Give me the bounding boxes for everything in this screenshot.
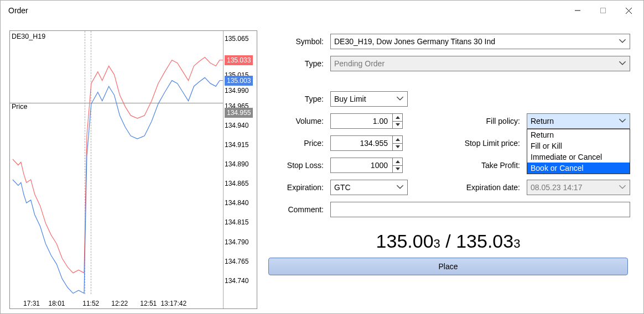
svg-marker-11 [396, 168, 400, 170]
fillpolicy-option[interactable]: Immediate or Cancel [527, 151, 630, 163]
place-button-label: Place [438, 262, 458, 271]
x-tick: 11:52 [82, 300, 99, 307]
price-label: Price: [266, 139, 330, 148]
x-tick: 18:01 [48, 300, 65, 307]
expiration-value: GTC [334, 183, 351, 192]
y-tick: 134.940 [225, 122, 248, 129]
y-axis: 135.065 135.033 135.015 135.003 134.990 … [224, 31, 257, 308]
bid-line [13, 77, 220, 293]
bid-ask-quote: 135.003 / 135.033 [266, 221, 630, 258]
x-tick: 17:31 [23, 300, 40, 307]
bid-sub: 3 [434, 237, 440, 250]
y-tick: 135.065 [225, 35, 248, 43]
svg-line-2 [626, 8, 632, 14]
price-input[interactable] [330, 135, 392, 151]
order-window: Order DE30_H19 Price [0, 0, 644, 314]
volume-input[interactable] [330, 113, 392, 129]
stoploss-input[interactable] [330, 158, 392, 173]
stoploss-stepper[interactable] [330, 158, 403, 173]
spin-down-button[interactable] [392, 143, 403, 151]
ordertype-label: Type: [266, 59, 330, 68]
stoplimit-label: Stop Limit price: [449, 139, 527, 148]
x-tick: 13:17:42 [160, 300, 186, 307]
maximize-button [590, 2, 616, 19]
pending-type-select[interactable]: Buy Limit [330, 91, 408, 107]
y-tick: 134.865 [225, 180, 248, 187]
expdate-label: Expiration date: [449, 183, 527, 192]
takeprofit-label: Take Profit: [449, 161, 527, 170]
y-tick: 134.740 [225, 277, 248, 285]
comment-input[interactable] [330, 202, 630, 217]
spin-down-button[interactable] [392, 165, 403, 174]
ask-line [13, 57, 220, 273]
close-button[interactable] [616, 2, 641, 19]
spin-down-button[interactable] [392, 121, 403, 129]
bid-price-marker: 135.003 [225, 76, 253, 86]
y-tick: 134.990 [225, 87, 248, 95]
symbol-select[interactable]: DE30_H19, Dow Jones Germany Titans 30 In… [330, 34, 630, 49]
x-tick: 12:22 [111, 300, 128, 307]
titlebar: Order [1, 1, 643, 20]
x-axis: 17:31 18:01 11:52 12:22 12:51 13:17:42 [10, 295, 190, 310]
ordertype-select[interactable]: Pending Order [330, 56, 630, 71]
stoploss-label: Stop Loss: [266, 161, 330, 170]
minimize-button[interactable] [565, 2, 590, 19]
svg-rect-1 [601, 8, 606, 13]
fillpolicy-label: Fill policy: [449, 117, 527, 125]
chevron-down-icon [396, 95, 404, 104]
chevron-down-icon [396, 183, 404, 192]
ask-main: 135.03 [456, 231, 513, 252]
svg-marker-9 [396, 145, 400, 148]
symbol-label: Symbol: [266, 37, 330, 46]
comment-label: Comment: [266, 205, 330, 214]
window-title: Order [8, 6, 565, 15]
expdate-select: 08.05.23 14:17 [527, 180, 630, 195]
fillpolicy-option[interactable]: Fill or Kill [527, 140, 630, 151]
fillpolicy-value: Return [531, 117, 554, 125]
y-tick: 134.890 [225, 160, 248, 168]
price-chart[interactable]: DE30_H19 Price [9, 30, 257, 309]
chart-lines [10, 31, 223, 308]
chart-panel: DE30_H19 Price [9, 30, 257, 309]
type2-label: Type: [266, 95, 330, 103]
place-button[interactable]: Place [268, 258, 628, 275]
body: DE30_H19 Price [1, 20, 643, 313]
chevron-down-icon [619, 59, 626, 69]
expdate-value: 08.05.23 14:17 [531, 183, 582, 192]
minimize-icon [574, 7, 581, 14]
ask-sub: 3 [513, 237, 520, 250]
fillpolicy-dropdown: Return Fill or Kill Immediate or Cancel … [527, 129, 630, 174]
svg-marker-8 [396, 138, 400, 141]
ordertype-value: Pending Order [334, 59, 385, 68]
y-tick: 134.915 [225, 141, 248, 149]
x-tick: 12:51 [140, 300, 157, 307]
plot-area: DE30_H19 Price [10, 31, 224, 308]
quote-separator: / [440, 231, 456, 252]
ask-price-marker: 135.033 [225, 55, 253, 65]
svg-line-3 [626, 8, 632, 14]
y-tick: 134.840 [225, 199, 248, 207]
price-stepper[interactable] [330, 135, 403, 151]
y-tick: 134.765 [225, 258, 248, 265]
chevron-down-icon [619, 183, 626, 192]
close-icon [625, 7, 632, 14]
maximize-icon [600, 7, 606, 14]
expiration-select[interactable]: GTC [330, 180, 408, 195]
spin-up-button[interactable] [392, 135, 403, 143]
volume-stepper[interactable] [330, 113, 403, 129]
fillpolicy-option[interactable]: Book or Cancel [527, 163, 630, 174]
svg-marker-10 [396, 160, 400, 163]
y-tick: 134.815 [225, 218, 248, 226]
chevron-down-icon [619, 37, 626, 46]
mark-price-marker: 134.955 [225, 108, 253, 118]
spin-up-button[interactable] [392, 158, 403, 165]
bid-main: 135.00 [376, 231, 434, 252]
spin-up-button[interactable] [392, 113, 403, 121]
fillpolicy-select[interactable]: Return Return Fill or Kill Immediate or … [527, 113, 630, 129]
form-panel: Symbol: DE30_H19, Dow Jones Germany Tita… [266, 30, 635, 309]
pending-type-value: Buy Limit [334, 95, 366, 103]
volume-label: Volume: [266, 117, 330, 125]
svg-marker-7 [396, 123, 400, 126]
svg-marker-6 [396, 116, 400, 119]
fillpolicy-option[interactable]: Return [527, 129, 630, 140]
